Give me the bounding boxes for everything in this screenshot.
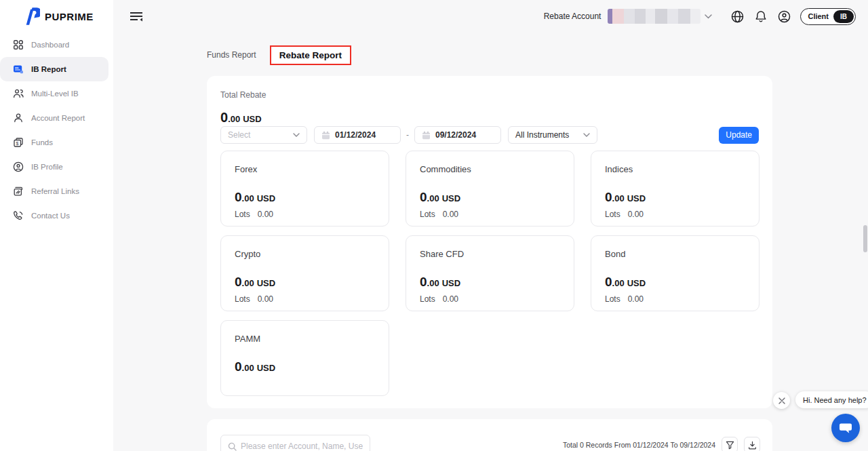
records-panel: Total 0 Records From 01/12/2024 To 09/12… bbox=[207, 419, 772, 451]
sidebar-item-label: Account Report bbox=[31, 114, 85, 122]
tab-rebate-report[interactable]: Rebate Report bbox=[270, 45, 351, 65]
chevron-down-icon bbox=[583, 133, 590, 137]
total-rebate-label: Total Rebate bbox=[220, 90, 266, 100]
filter-button[interactable] bbox=[722, 437, 738, 451]
date-to-input[interactable]: 09/12/2024 bbox=[414, 126, 501, 144]
close-icon bbox=[778, 397, 785, 404]
top-header: Rebate Account Client IB bbox=[113, 0, 868, 33]
toggle-ib-label: IB bbox=[833, 10, 854, 23]
chat-launcher-button[interactable] bbox=[831, 414, 860, 442]
svg-text:$: $ bbox=[16, 141, 19, 146]
update-button[interactable]: Update bbox=[719, 127, 759, 144]
sidebar-item-label: Contact Us bbox=[31, 212, 70, 220]
funds-icon: $ bbox=[13, 137, 24, 148]
sidebar-menu: Dashboard IB Report Multi-Level IB Accou… bbox=[0, 33, 113, 228]
sidebar-item-account-report[interactable]: Account Report bbox=[0, 106, 113, 130]
total-rebate-value: 0.00USD bbox=[220, 110, 262, 125]
sidebar-item-label: IB Profile bbox=[31, 163, 63, 171]
instrument-cards: Forex 0.00USD Lots0.00 Commodities 0.00U… bbox=[220, 151, 760, 396]
user-icon bbox=[778, 10, 791, 23]
sidebar-collapse-button[interactable] bbox=[130, 10, 143, 25]
sidebar-item-label: Referral Links bbox=[31, 187, 79, 195]
date-range-separator: - bbox=[406, 130, 409, 140]
sidebar-item-contact-us[interactable]: Contact Us bbox=[0, 203, 113, 228]
records-summary: Total 0 Records From 01/12/2024 To 09/12… bbox=[563, 441, 715, 449]
rebate-summary-panel: Total Rebate 0.00USD Select 01/12/2024 -… bbox=[207, 76, 772, 408]
records-search-input[interactable] bbox=[241, 442, 363, 451]
sidebar-item-multi-level-ib[interactable]: Multi-Level IB bbox=[0, 81, 113, 106]
contact-us-icon bbox=[13, 210, 24, 221]
sidebar-item-ib-report[interactable]: IB Report bbox=[0, 57, 108, 81]
sidebar-item-label: Funds bbox=[31, 138, 53, 146]
header-actions: Rebate Account Client IB bbox=[544, 0, 856, 33]
sidebar-item-ib-profile[interactable]: IB Profile bbox=[0, 155, 113, 179]
card-share-cfd: Share CFD 0.00USD Lots0.00 bbox=[406, 235, 574, 311]
dashboard-icon bbox=[13, 39, 24, 50]
chevron-down-icon[interactable] bbox=[705, 14, 712, 19]
profile-button[interactable] bbox=[778, 10, 791, 23]
funnel-icon bbox=[726, 441, 734, 450]
page-scrollbar-thumb[interactable] bbox=[863, 225, 867, 252]
report-tabs: Funds Report Rebate Report bbox=[207, 42, 351, 68]
brand-name: PUPRIME bbox=[45, 11, 94, 22]
brand-logo[interactable]: PUPRIME bbox=[0, 0, 113, 33]
globe-icon bbox=[731, 10, 744, 23]
sidebar-item-label: IB Report bbox=[31, 65, 66, 73]
ib-report-icon bbox=[13, 64, 24, 75]
records-search[interactable] bbox=[220, 435, 370, 451]
collapse-menu-icon bbox=[130, 10, 143, 22]
instruments-dropdown[interactable]: All Instruments bbox=[508, 126, 597, 144]
multi-level-ib-icon bbox=[13, 88, 24, 99]
sidebar-item-dashboard[interactable]: Dashboard bbox=[0, 33, 113, 57]
referral-links-icon bbox=[13, 186, 24, 197]
puprime-logo-icon bbox=[25, 7, 40, 25]
download-button[interactable] bbox=[744, 437, 760, 451]
calendar-icon bbox=[422, 131, 431, 140]
calendar-icon bbox=[321, 131, 330, 140]
sidebar-item-label: Dashboard bbox=[31, 41, 69, 49]
rebate-account-label: Rebate Account bbox=[544, 12, 601, 21]
ib-profile-icon bbox=[13, 161, 24, 172]
account-report-icon bbox=[13, 113, 24, 123]
language-globe-button[interactable] bbox=[731, 10, 744, 23]
card-forex: Forex 0.00USD Lots0.00 bbox=[220, 151, 389, 227]
chat-greeting-bubble[interactable]: Hi. Need any help? bbox=[795, 391, 868, 408]
toggle-client-label: Client bbox=[808, 12, 829, 20]
bell-icon bbox=[755, 10, 767, 23]
download-icon bbox=[748, 441, 757, 450]
account-select-dropdown[interactable]: Select bbox=[220, 126, 307, 144]
sidebar: PUPRIME Dashboard IB Report Multi-Le bbox=[0, 0, 113, 451]
sidebar-item-label: Multi-Level IB bbox=[31, 90, 79, 98]
filter-bar: Select 01/12/2024 - 09/12/2024 All Instr… bbox=[220, 126, 759, 144]
notifications-button[interactable] bbox=[755, 10, 767, 23]
chat-dismiss-button[interactable] bbox=[773, 392, 790, 409]
card-bond: Bond 0.00USD Lots0.00 bbox=[591, 235, 760, 311]
search-icon bbox=[228, 442, 237, 451]
client-ib-toggle[interactable]: Client IB bbox=[800, 8, 856, 25]
sidebar-item-funds[interactable]: $ Funds bbox=[0, 130, 113, 155]
sidebar-item-referral-links[interactable]: Referral Links bbox=[0, 179, 113, 203]
rebate-account-select[interactable] bbox=[608, 9, 701, 24]
records-toolbar: Total 0 Records From 01/12/2024 To 09/12… bbox=[563, 437, 760, 451]
card-pamm: PAMM 0.00USD bbox=[220, 320, 389, 396]
date-from-input[interactable]: 01/12/2024 bbox=[314, 126, 401, 144]
card-commodities: Commodities 0.00USD Lots0.00 bbox=[406, 151, 574, 227]
card-indices: Indices 0.00USD Lots0.00 bbox=[591, 151, 760, 227]
card-crypto: Crypto 0.00USD Lots0.00 bbox=[220, 235, 389, 311]
chat-bubble-icon bbox=[839, 422, 852, 434]
tab-funds-report[interactable]: Funds Report bbox=[207, 50, 256, 60]
chevron-down-icon bbox=[293, 133, 300, 137]
